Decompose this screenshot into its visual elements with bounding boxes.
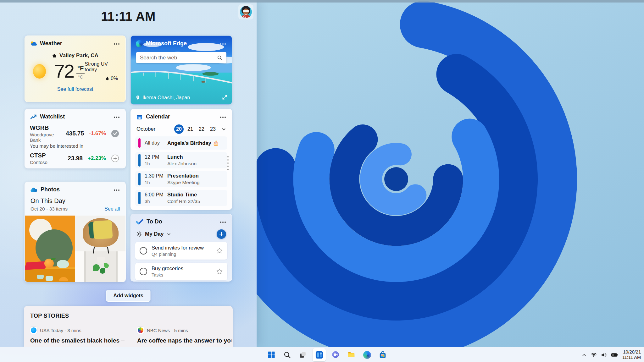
watchlist-more-button[interactable] [113,113,120,120]
task-view-icon [299,351,307,359]
task-checkbox[interactable] [140,268,147,275]
task-subtitle: Q4 planning [152,252,204,257]
home-icon [52,53,57,58]
photo-thumbnail-teapot[interactable] [25,216,75,282]
tray-clock[interactable]: 10/20/21 11:11 AM [622,349,641,360]
edge-more-button[interactable] [219,40,227,47]
date-cell-20[interactable]: 20 [174,124,184,134]
file-explorer-button[interactable] [345,349,357,361]
task-view-button[interactable] [297,349,309,361]
taskbar-search-button[interactable] [281,349,293,361]
event-color-bar [138,154,141,167]
event-title: Studio Time [167,192,200,198]
calendar-expand-button[interactable] [221,127,226,132]
stock-symbol: CTSP [30,152,63,159]
bloom-wallpaper-art [220,0,644,347]
taskbar: 10/20/21 11:11 AM [0,347,644,362]
add-widgets-button[interactable]: Add widgets [106,290,150,302]
chevron-down-icon [221,127,226,132]
photos-widget: Photos On This Day Oct 20 · 33 items See… [25,182,126,282]
edge-widget: Microsoft Edge Ikema Ohashi, Japan [130,36,232,105]
todo-check-icon [136,219,143,225]
add-stock-icon[interactable] [111,154,119,162]
event-subtitle: Alex Johnson [167,161,197,167]
edge-browser-button[interactable] [361,349,373,361]
volume-indicator[interactable] [601,352,607,358]
edge-search-box[interactable] [136,52,226,63]
date-cell-21[interactable]: 21 [186,124,195,134]
battery-indicator[interactable] [611,353,618,357]
calendar-month: October [136,126,155,132]
nbc-news-logo [137,327,144,334]
edge-search-input[interactable] [140,55,217,61]
todo-list-selector[interactable]: My Day [131,229,232,242]
weather-title: Weather [40,40,62,47]
photos-cloud-icon [30,187,37,192]
calendar-scroll-indicator[interactable] [227,156,229,170]
wifi-indicator[interactable] [591,352,597,357]
widgets-button[interactable] [313,348,326,361]
story-headline: Are coffee naps the answer to your [137,337,231,344]
tray-overflow-button[interactable] [581,352,587,358]
task-buy-groceries[interactable]: Buy groceries Tasks [135,263,227,280]
added-check-icon[interactable] [111,129,119,138]
chat-button[interactable] [330,349,341,361]
stock-price: 23.98 [68,155,83,162]
stock-name: Contoso [30,160,63,165]
sun-icon [33,64,46,79]
task-send-invites[interactable]: Send invites for review Q4 planning [135,242,227,260]
expand-diagonal-icon [222,95,227,100]
photos-more-button[interactable] [113,186,120,193]
task-star-button[interactable] [216,268,223,275]
calendar-more-button[interactable] [219,113,227,120]
event-duration: 1h [145,161,167,166]
todo-tasks: Send invites for review Q4 planning Buy … [131,242,232,280]
event-presentation[interactable]: 1:30 PM1h PresentationSkype Meeting [135,171,227,187]
task-checkbox[interactable] [140,247,147,255]
widgets-icon [315,351,324,359]
task-title: Send invites for review [152,245,204,251]
add-task-button[interactable] [217,229,226,239]
event-lunch[interactable]: 12 PM1h LunchAlex Johnson [135,152,227,168]
calendar-title: Calendar [146,113,170,120]
date-cell-22[interactable]: 22 [197,124,206,134]
weather-more-button[interactable] [113,40,120,47]
search-icon [283,351,291,359]
location-pin-icon [136,95,140,100]
store-button[interactable] [377,349,389,361]
task-star-button[interactable] [216,247,223,254]
file-explorer-icon [347,351,355,359]
tray-date: 10/20/21 [622,349,641,355]
unit-celsius[interactable]: °C [78,74,83,80]
event-duration: 1h [145,180,167,185]
story-usa-today[interactable]: USA Today · 3 mins One of the smallest b… [30,327,125,344]
date-cell-23[interactable]: 23 [208,124,218,134]
story-nbc-news[interactable]: NBC News · 5 mins Are coffee naps the an… [137,327,231,344]
stock-symbol: WGRB [30,124,61,131]
event-time: All day [145,140,167,146]
stock-row-wgrb[interactable]: WGRB Woodgrove Bank 435.75 -1.67% [25,124,125,141]
weather-condition: Strong UV today [85,61,118,73]
calendar-dates: 20 21 22 23 [174,124,226,134]
event-studio-time[interactable]: 6:00 PM3h Studio TimeConf Rm 32/35 [135,190,227,206]
windows-start-icon [267,351,275,359]
profile-avatar[interactable] [238,4,253,19]
temperature-units: °F °C [76,65,85,80]
photo-thumbnail-chair[interactable] [75,216,125,282]
todo-more-button[interactable] [219,218,227,225]
see-all-link[interactable]: See all [104,206,120,212]
weather-location: Valley Park, CA [59,52,98,59]
start-button[interactable] [265,349,277,361]
watchlist-title: Watchlist [40,113,65,120]
stock-row-ctsp[interactable]: CTSP Contoso 23.98 +2.23% [25,150,125,167]
ellipsis-icon [220,43,226,45]
event-angelas-birthday[interactable]: All day Angela's Birthday 🎂 [135,136,227,150]
expand-button[interactable] [222,95,227,101]
chevron-up-icon [581,352,587,358]
search-icon[interactable] [217,55,223,61]
unit-fahrenheit[interactable]: °F [77,65,84,72]
todo-title: To Do [147,218,162,225]
tray-time: 11:11 AM [622,355,641,360]
see-full-forecast-link[interactable]: See full forecast [25,86,125,92]
stock-change: +2.23% [88,155,106,162]
